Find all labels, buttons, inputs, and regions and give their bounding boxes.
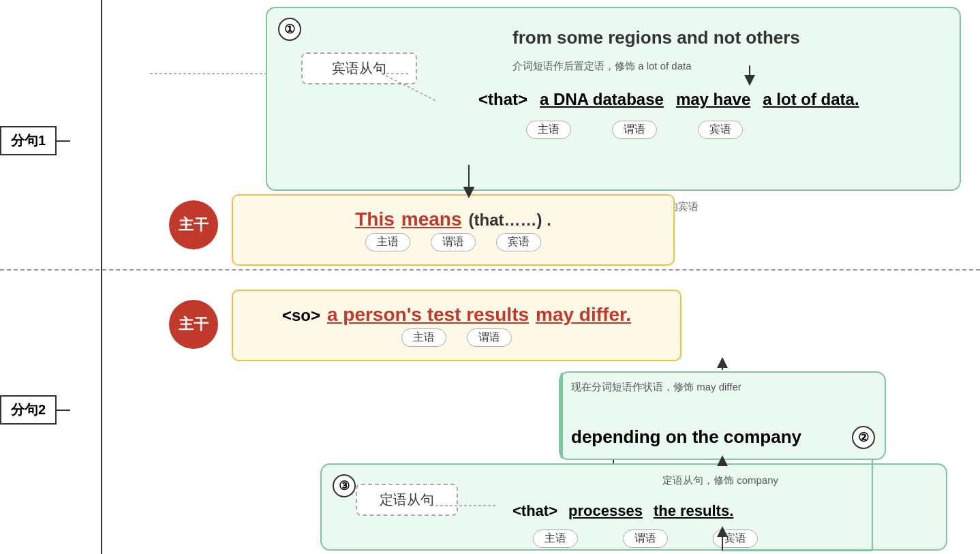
depending-box: 现在分词短语作状语，修饰 may differ depending on the… xyxy=(559,371,886,460)
clause3-results: the results. xyxy=(654,502,733,520)
ms2-so: <so> xyxy=(282,306,320,325)
clause3-sentence: <that> processes the results. xyxy=(512,502,733,520)
clause3-box: ③ 定语从句 定语从句，修饰 company <that> processes … xyxy=(320,463,947,551)
ms1-label-subject: 主语 xyxy=(365,233,410,251)
main-sentence2-labels: 主语 谓语 xyxy=(388,326,525,354)
circle-3: ③ xyxy=(333,474,356,497)
main-container: 分句1 分句2 ① 宾语从句 from some regions and not… xyxy=(0,0,980,554)
label-object1: 宾语 xyxy=(698,121,743,139)
c3-label-subject: 主语 xyxy=(533,529,578,548)
binyucongju-box: 宾语从句 xyxy=(301,52,417,84)
fenju1-label: 分句1 xyxy=(0,126,70,155)
main-sentence1-labels: 主语 谓语 宾语 xyxy=(352,230,555,258)
ms2-label-predicate: 谓语 xyxy=(467,328,512,347)
ms1-means: means xyxy=(401,209,462,230)
clause1-that: <that> xyxy=(478,90,527,109)
clause1-labels: 主语 谓语 宾语 xyxy=(526,121,743,139)
fenju2-arrow xyxy=(57,410,70,411)
main-sentence2-box: <so> a person's test results may differ.… xyxy=(232,290,682,361)
v-line-2 xyxy=(101,269,102,554)
ms1-this: This xyxy=(355,209,395,230)
ann1-text: 介词短语作后置定语，修饰 a lot of data xyxy=(512,60,692,73)
h-divider xyxy=(0,269,980,271)
clause3-processes: processes xyxy=(568,502,643,520)
ms2-person: a person's test results xyxy=(327,304,529,326)
clause3-labels: 主语 谓语 宾语 xyxy=(533,529,758,548)
clause3-that: <that> xyxy=(512,502,557,520)
c3-label-predicate: 谓语 xyxy=(623,529,668,548)
ms1-that: (that……) . xyxy=(468,211,551,230)
clause1-box: ① 宾语从句 from some regions and not others … xyxy=(266,7,961,191)
fenju1-box: 分句1 xyxy=(0,126,57,155)
zhugon1-circle: 主干 xyxy=(169,200,218,249)
clause1-sentence: <that> a DNA database may have a lot of … xyxy=(478,90,859,109)
dinyucongju-box: 定语从句 xyxy=(356,484,458,516)
ms1-label-predicate: 谓语 xyxy=(431,233,476,251)
ms2-differ: may differ. xyxy=(536,304,631,326)
main-sentence1-content: This means (that……) . xyxy=(341,202,565,230)
top-phrase: from some regions and not others xyxy=(512,27,800,48)
clause1-predicate: may have xyxy=(676,90,750,109)
clause3-ann: 定语从句，修饰 company xyxy=(662,474,778,487)
depending-text: depending on the company xyxy=(571,427,801,448)
clause1-subject: a DNA database xyxy=(540,90,664,109)
main-sentence2-content: <so> a person's test results may differ. xyxy=(269,297,645,326)
c3-label-object: 宾语 xyxy=(713,529,758,548)
fenju1-arrow xyxy=(57,140,70,142)
main-sentence1-box: This means (that……) . 主语 谓语 宾语 xyxy=(232,194,675,266)
circle-2: ② xyxy=(852,426,875,449)
clause1-object: a lot of data. xyxy=(763,90,859,109)
fenju2-label: 分句2 xyxy=(0,395,70,425)
v-line-1 xyxy=(101,0,102,269)
zhugon2-circle: 主干 xyxy=(169,300,218,349)
label-predicate1: 谓语 xyxy=(612,121,657,139)
label-subject1: 主语 xyxy=(526,121,571,139)
fenju2-box: 分句2 xyxy=(0,395,57,425)
ms2-label-subject: 主语 xyxy=(401,328,446,347)
circle-1: ① xyxy=(278,18,301,41)
ms1-label-object: 宾语 xyxy=(496,233,541,251)
depending-ann: 现在分词短语作状语，修饰 may differ xyxy=(571,381,741,394)
